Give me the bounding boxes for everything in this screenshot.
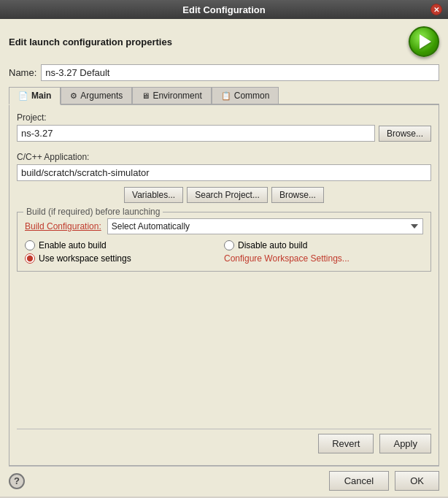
radio-enable-auto-build-label: Enable auto build [39, 240, 107, 250]
tab-environment-label: Environment [152, 91, 201, 101]
tab-arguments-label: Arguments [80, 91, 123, 101]
project-browse-button[interactable]: Browse... [379, 126, 431, 142]
play-button[interactable] [409, 26, 439, 57]
build-config-label[interactable]: Build Configuration: [25, 221, 101, 231]
apply-button[interactable]: Apply [379, 434, 431, 453]
dialog-body: Edit launch configuration properties Nam… [0, 19, 448, 497]
main-tab-icon: 📄 [18, 91, 28, 101]
cpp-app-label: C/C++ Application: [17, 152, 431, 162]
dialog-title: Edit Configuration [18, 4, 430, 15]
radio-disable-auto-build: Disable auto build [224, 240, 423, 250]
arguments-tab-icon: ⚙ [70, 91, 77, 101]
cancel-button[interactable]: Cancel [329, 471, 389, 491]
radio-grid: Enable auto build Disable auto build Use… [25, 240, 423, 264]
environment-tab-icon: 🖥 [142, 91, 150, 100]
build-config-row: Build Configuration: Select Automaticall… [25, 218, 423, 234]
tab-common-label: Common [234, 91, 270, 101]
project-input[interactable] [17, 125, 375, 142]
action-buttons-row: Variables... Search Project... Browse... [17, 187, 431, 203]
radio-workspace-settings-input[interactable] [25, 253, 35, 264]
help-button[interactable]: ? [9, 473, 25, 489]
bottom-buttons: Revert Apply [17, 429, 431, 458]
tab-common[interactable]: 📋 Common [212, 87, 279, 104]
build-group-legend: Build (if required) before launching [23, 207, 163, 217]
footer-right: Cancel OK [329, 471, 439, 491]
search-project-button[interactable]: Search Project... [187, 187, 268, 203]
cpp-browse-button[interactable]: Browse... [271, 187, 324, 203]
close-button[interactable]: ✕ [430, 4, 442, 15]
tabs-row: 📄 Main ⚙ Arguments 🖥 Environment 📋 Commo… [9, 87, 439, 105]
project-label: Project: [17, 112, 431, 123]
build-config-select[interactable]: Select Automatically Debug Release [107, 218, 423, 234]
name-input[interactable] [41, 64, 439, 81]
tab-arguments[interactable]: ⚙ Arguments [61, 87, 132, 104]
radio-enable-auto-build-input[interactable] [25, 240, 35, 250]
footer-row: ? Cancel OK [9, 466, 439, 491]
project-row: Browse... [17, 125, 431, 142]
radio-disable-auto-build-input[interactable] [224, 240, 234, 250]
tab-main-label: Main [31, 91, 51, 101]
revert-button[interactable]: Revert [318, 434, 374, 453]
tab-environment[interactable]: 🖥 Environment [132, 87, 211, 104]
title-bar: Edit Configuration ✕ [0, 0, 448, 19]
workspace-link-container: Configure Workspace Settings... [224, 253, 423, 264]
cpp-app-input[interactable] [17, 164, 431, 181]
build-group: Build (if required) before launching Bui… [17, 212, 431, 272]
radio-enable-auto-build: Enable auto build [25, 240, 224, 250]
content-panel: Project: Browse... C/C++ Application: Va… [9, 105, 439, 466]
header-title: Edit launch configuration properties [9, 37, 172, 47]
name-row: Name: [9, 64, 439, 81]
configure-workspace-link[interactable]: Configure Workspace Settings... [224, 253, 349, 264]
name-label: Name: [9, 67, 36, 78]
common-tab-icon: 📋 [221, 91, 231, 101]
variables-button[interactable]: Variables... [124, 187, 183, 203]
radio-disable-auto-build-label: Disable auto build [238, 240, 307, 250]
radio-workspace-settings: Use workspace settings [25, 253, 224, 264]
header-row: Edit launch configuration properties [9, 26, 439, 57]
ok-button[interactable]: OK [395, 471, 439, 491]
tab-main[interactable]: 📄 Main [9, 87, 61, 105]
radio-workspace-settings-label: Use workspace settings [39, 253, 131, 264]
